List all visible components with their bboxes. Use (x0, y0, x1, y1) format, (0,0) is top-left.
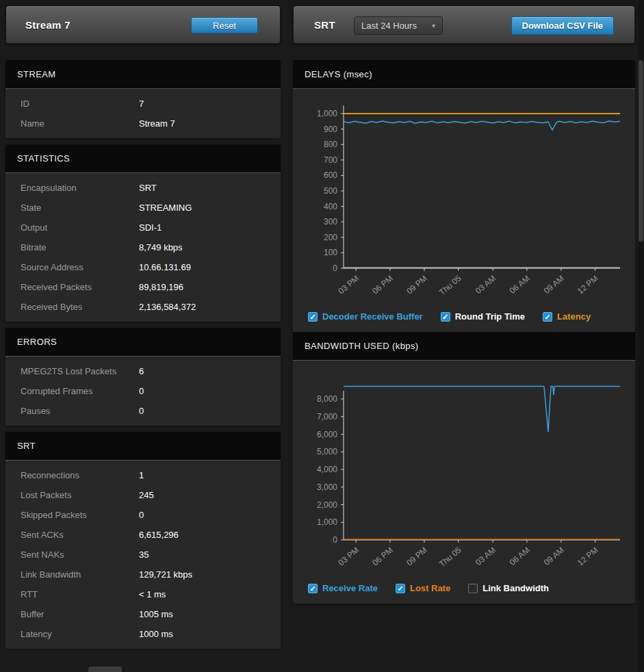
table-row: Received Bytes2,136,584,372 (5, 297, 281, 317)
table-row: Source Address10.66.131.69 (5, 257, 281, 277)
svg-text:03 AM: 03 AM (474, 545, 498, 568)
table-row: Lost Packets245 (5, 485, 281, 505)
table-row: Link Bandwidth129,721 kbps (5, 565, 281, 584)
row-value: 0 (139, 386, 144, 396)
svg-text:5,000: 5,000 (317, 447, 337, 456)
section-title: STREAM (5, 60, 281, 89)
chart-block-1: 01,0002,0003,0004,0005,0006,0007,0008,00… (293, 361, 635, 604)
svg-text:500: 500 (324, 186, 337, 196)
checkbox-checked-icon[interactable]: ✓ (308, 312, 318, 322)
section-stream: STREAMID7NameStream 7 (5, 60, 281, 138)
row-label: Name (21, 118, 139, 129)
row-value: 2,136,584,372 (139, 302, 196, 312)
time-range-value: Last 24 Hours (361, 21, 417, 31)
time-range-dropdown[interactable]: Last 24 Hours ▾ (354, 16, 443, 35)
chart-title-bandwidth: BANDWIDTH USED (kbps) (293, 332, 635, 361)
row-label: Received Packets (21, 282, 139, 292)
svg-text:800: 800 (324, 140, 337, 149)
svg-text:09 AM: 09 AM (542, 274, 566, 296)
section-title: STATISTICS (5, 144, 281, 173)
legend-label: Decoder Receive Buffer (322, 311, 423, 322)
vertical-scrollbar-track[interactable] (638, 0, 644, 672)
legend-item[interactable]: ✓Latency (543, 311, 591, 322)
row-value: 1 (139, 470, 144, 480)
row-label: MPEG2TS Lost Packets (21, 366, 139, 376)
legend-item[interactable]: ✓Decoder Receive Buffer (308, 311, 423, 322)
svg-text:700: 700 (324, 155, 337, 165)
row-label: Reconnections (21, 470, 139, 480)
legend-label: Round Trip Time (455, 311, 525, 322)
legend-item[interactable]: Link Bandwidth (468, 583, 549, 593)
legend-label: Link Bandwidth (482, 583, 549, 593)
srt-header-bar: SRT Last 24 Hours ▾ Download CSV File (293, 5, 635, 44)
row-value: 0 (139, 406, 144, 416)
row-value: 10.66.131.69 (139, 262, 191, 272)
chart-block-0: 01002003004005006007008009001,00003 PM06… (293, 89, 635, 332)
legend-item[interactable]: ✓Lost Rate (396, 583, 450, 593)
svg-text:12 PM: 12 PM (576, 545, 600, 568)
table-row: StateSTREAMING (5, 198, 281, 218)
table-row: Pauses0 (5, 401, 281, 421)
checkbox-checked-icon[interactable]: ✓ (308, 584, 318, 593)
table-row: MPEG2TS Lost Packets6 (5, 361, 281, 381)
row-label: Link Bandwidth (21, 569, 139, 580)
svg-text:100: 100 (324, 248, 337, 257)
row-label: Pauses (21, 406, 139, 416)
svg-text:06 PM: 06 PM (370, 274, 395, 296)
table-row: Bitrate8,749 kbps (5, 237, 281, 257)
section-title: SRT (5, 432, 281, 461)
table-row: Buffer1005 ms (5, 604, 281, 624)
row-value: 245 (139, 490, 154, 500)
svg-text:09 PM: 09 PM (404, 545, 429, 568)
legend-label: Lost Rate (410, 583, 450, 593)
checkbox-checked-icon[interactable]: ✓ (441, 312, 450, 322)
srt-title: SRT (314, 19, 335, 31)
svg-text:03 PM: 03 PM (337, 274, 361, 296)
section-errors: ERRORSMPEG2TS Lost Packets6Corrupted Fra… (5, 328, 281, 426)
row-value: SDI-1 (139, 222, 162, 233)
svg-text:1,000: 1,000 (317, 517, 337, 527)
checkbox-checked-icon[interactable]: ✓ (543, 312, 552, 322)
legend-item[interactable]: ✓Receive Rate (308, 583, 378, 593)
table-row: RTT< 1 ms (5, 584, 281, 604)
legend-label: Receive Rate (322, 583, 378, 593)
checkbox-checked-icon[interactable]: ✓ (396, 584, 405, 593)
row-label: Corrupted Frames (21, 386, 139, 396)
row-label: Bitrate (21, 242, 139, 253)
svg-text:06 AM: 06 AM (508, 545, 532, 568)
svg-text:0: 0 (333, 263, 337, 273)
row-label: Source Address (21, 262, 139, 272)
row-value: SRT (139, 183, 157, 193)
svg-text:03 AM: 03 AM (474, 274, 498, 296)
chart-svg: 01,0002,0003,0004,0005,0006,0007,0008,00… (298, 367, 630, 578)
svg-text:200: 200 (324, 233, 337, 242)
row-value: STREAMING (139, 203, 192, 213)
svg-text:900: 900 (324, 125, 337, 134)
row-label: State (21, 203, 139, 213)
row-value: 1000 ms (139, 629, 173, 639)
row-value: < 1 ms (139, 589, 166, 599)
horizontal-scrollbar-thumb[interactable] (88, 667, 122, 672)
reset-button[interactable]: Reset (191, 17, 258, 34)
row-label: Received Bytes (21, 302, 139, 312)
table-row: NameStream 7 (5, 114, 281, 133)
stream-title: Stream 7 (25, 19, 70, 31)
row-label: Lost Packets (21, 490, 139, 500)
svg-text:4,000: 4,000 (317, 465, 337, 474)
checkbox-unchecked-icon[interactable] (468, 584, 478, 593)
vertical-scrollbar-thumb[interactable] (639, 60, 643, 242)
row-value: 129,721 kbps (139, 569, 192, 580)
svg-text:3,000: 3,000 (317, 482, 337, 492)
row-label: Skipped Packets (21, 510, 139, 520)
row-value: 0 (139, 510, 144, 520)
section-statistics: STATISTICSEncapsulationSRTStateSTREAMING… (5, 144, 281, 322)
chevron-down-icon: ▾ (432, 22, 435, 29)
row-label: Encapsulation (21, 183, 139, 193)
section-title: ERRORS (5, 328, 281, 357)
stream-sections: STREAMID7NameStream 7STATISTICSEncapsula… (5, 60, 281, 655)
section-srt: SRTReconnections1Lost Packets245Skipped … (5, 432, 281, 649)
svg-text:06 PM: 06 PM (370, 545, 395, 568)
download-csv-button[interactable]: Download CSV File (511, 16, 614, 35)
chart-svg: 01002003004005006007008009001,00003 PM06… (298, 96, 630, 307)
legend-item[interactable]: ✓Round Trip Time (441, 311, 525, 322)
